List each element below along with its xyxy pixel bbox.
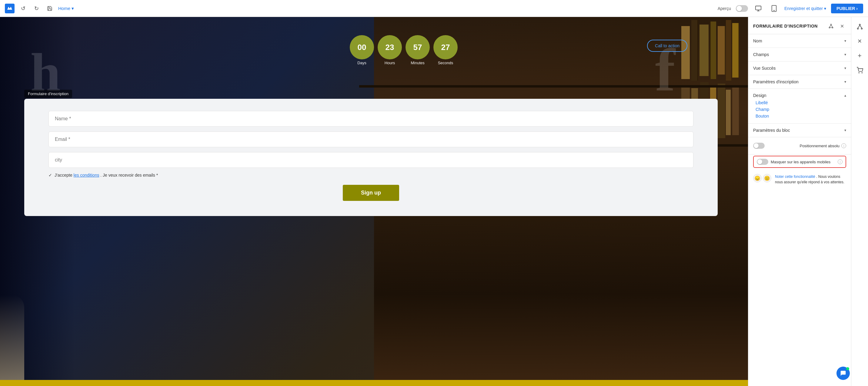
design-link-libelle[interactable]: Libellé xyxy=(755,100,846,105)
email-field[interactable] xyxy=(49,131,693,147)
rating-text: Noter cette fonctionnalité . Nous voulon… xyxy=(775,174,846,185)
apercu-label: Aperçu xyxy=(718,6,731,11)
signup-button[interactable]: Sign up xyxy=(343,185,399,201)
undo-button[interactable]: ↺ xyxy=(18,4,28,13)
rating-faces: 😞 😐 xyxy=(753,174,771,183)
right-panel: FORMULAIRE D'INSCRIPTION ✕ Nom Champs xyxy=(748,17,851,386)
chat-dot xyxy=(846,367,849,370)
svg-line-8 xyxy=(830,25,831,27)
accordion-champs: Champs xyxy=(748,48,851,62)
home-button[interactable]: Home ▾ xyxy=(58,6,74,11)
yellow-bottom-bar xyxy=(0,380,748,386)
close-button[interactable]: ✕ xyxy=(854,35,866,47)
panel-header-icons: ✕ xyxy=(827,22,846,30)
design-chevron xyxy=(844,93,846,98)
countdown-seconds-circle: 27 xyxy=(433,35,458,59)
far-right-panel: ✕ + xyxy=(851,17,868,386)
panel-network-icon[interactable] xyxy=(827,22,835,30)
positionnement-info-icon[interactable]: i xyxy=(841,143,846,148)
masquer-toggle-dot xyxy=(757,159,762,164)
apercu-toggle[interactable] xyxy=(736,5,748,12)
masquer-toggle[interactable] xyxy=(757,159,768,165)
positionnement-toggle[interactable] xyxy=(753,143,765,149)
design-links: Libellé Champ Bouton xyxy=(753,100,846,121)
accordion-vue-succes: Vue Succès xyxy=(748,62,851,75)
checkbox-row: ✓ J'accepte les conditions . Je veux rec… xyxy=(49,173,693,178)
conditions-link[interactable]: les conditions xyxy=(74,173,99,178)
accordion-params-inscription: Paramètres d'inscription xyxy=(748,75,851,89)
positionnement-row: Positionnement absolu i xyxy=(753,140,846,152)
main-layout: h g f 00 Days 23 Hours 5 xyxy=(0,17,868,386)
accordion-champs-header[interactable]: Champs xyxy=(748,48,851,61)
apercu-toggle-knob xyxy=(737,6,742,11)
design-section: Design Libellé Champ Bouton xyxy=(748,89,851,123)
save-icon-button[interactable] xyxy=(45,4,55,13)
countdown-container: 00 Days 23 Hours 57 Minutes 27 Se xyxy=(350,35,458,65)
design-link-bouton[interactable]: Bouton xyxy=(755,114,846,119)
countdown-minutes: 57 Minutes xyxy=(405,35,430,65)
face-sad[interactable]: 😞 xyxy=(753,174,762,183)
svg-line-15 xyxy=(860,25,862,28)
svg-point-13 xyxy=(861,28,862,29)
form-label-badge: Formulaire d'inscription xyxy=(24,90,72,98)
accordion-params-bloc-chevron xyxy=(844,128,846,132)
chat-bubble[interactable] xyxy=(836,366,850,380)
desktop-view-button[interactable] xyxy=(753,3,764,14)
svg-point-16 xyxy=(859,72,859,73)
masquer-label-group: Masquer sur les appareils mobiles xyxy=(771,160,835,164)
redo-button[interactable]: ↻ xyxy=(32,4,41,13)
countdown-hours-circle: 23 xyxy=(378,35,402,59)
svg-line-14 xyxy=(858,25,860,28)
masquer-row: Masquer sur les appareils mobiles i xyxy=(753,156,846,168)
accordion-nom: Nom xyxy=(748,34,851,48)
enregistrer-button[interactable]: Enregistrer et quitter ▾ xyxy=(784,6,826,11)
app-logo xyxy=(5,4,14,13)
accordion-design: Design Libellé Champ Bouton xyxy=(748,89,851,124)
network-button[interactable] xyxy=(854,21,866,33)
publier-button[interactable]: PUBLIER › xyxy=(831,4,863,13)
positionnement-toggle-dot xyxy=(754,143,758,148)
svg-point-17 xyxy=(862,72,862,73)
positionnement-label: Positionnement absolu i xyxy=(800,143,846,148)
accordion-vue-succes-chevron xyxy=(844,66,846,70)
registration-form: ✓ J'accepte les conditions . Je veux rec… xyxy=(24,99,718,216)
accordion-nom-header[interactable]: Nom xyxy=(748,34,851,47)
panel-header: FORMULAIRE D'INSCRIPTION ✕ xyxy=(748,17,851,34)
cart-button[interactable] xyxy=(854,64,866,76)
design-section-header[interactable]: Design xyxy=(753,89,846,100)
svg-line-9 xyxy=(831,25,833,27)
accordion-params-inscription-header[interactable]: Paramètres d'inscription xyxy=(748,75,851,89)
accordion-params-bloc: Paramètres du bloc xyxy=(748,124,851,137)
canvas-area: h g f 00 Days 23 Hours 5 xyxy=(0,17,748,386)
face-neutral[interactable]: 😐 xyxy=(763,174,771,183)
countdown-minutes-circle: 57 xyxy=(405,35,430,59)
mobile-view-button[interactable] xyxy=(769,3,779,14)
panel-close-button[interactable]: ✕ xyxy=(838,22,846,30)
city-field[interactable] xyxy=(49,152,693,168)
svg-rect-0 xyxy=(755,6,761,10)
accordion-champs-chevron xyxy=(844,53,846,57)
topnav-right: Aperçu Enregistrer et quitter ▾ PUBLIER … xyxy=(718,3,863,14)
name-field[interactable] xyxy=(49,111,693,127)
svg-point-12 xyxy=(857,28,858,29)
cta-button[interactable]: Call to action xyxy=(647,40,687,52)
settings-section: Positionnement absolu i xyxy=(748,137,851,155)
rating-section: 😞 😐 Noter cette fonctionnalité . Nous vo… xyxy=(748,169,851,190)
countdown-seconds: 27 Seconds xyxy=(433,35,458,65)
countdown-days: 00 Days xyxy=(350,35,374,65)
add-button[interactable]: + xyxy=(854,50,866,62)
topnav: ↺ ↻ Home ▾ Aperçu Enregistrer et quitter… xyxy=(0,0,868,17)
countdown-days-circle: 00 xyxy=(350,35,374,59)
accordion-params-inscription-chevron xyxy=(844,80,846,84)
panel-title: FORMULAIRE D'INSCRIPTION xyxy=(753,24,818,29)
accordion-vue-succes-header[interactable]: Vue Succès xyxy=(748,62,851,75)
svg-point-11 xyxy=(859,24,861,26)
masquer-info-icon[interactable]: i xyxy=(838,159,842,164)
accordion-nom-chevron xyxy=(844,39,846,43)
accordion-params-bloc-header[interactable]: Paramètres du bloc xyxy=(748,124,851,137)
countdown-hours: 23 Hours xyxy=(378,35,402,65)
topnav-left: ↺ ↻ Home ▾ xyxy=(5,4,74,13)
svg-point-5 xyxy=(831,24,832,25)
design-link-champ[interactable]: Champ xyxy=(755,107,846,112)
rating-link[interactable]: Noter cette fonctionnalité xyxy=(775,174,815,179)
